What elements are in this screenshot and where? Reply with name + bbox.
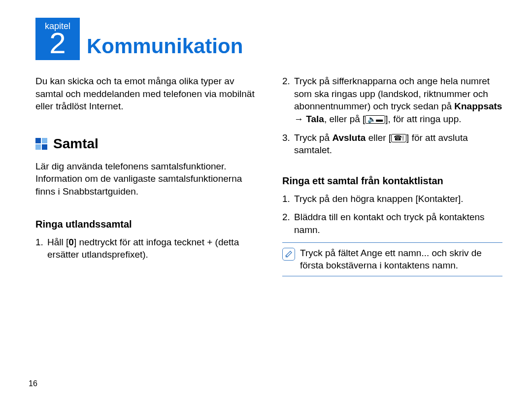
list-item: 2. Bläddra till en kontakt och tryck på … xyxy=(282,211,502,236)
section-title: Samtal xyxy=(53,134,99,153)
page-number: 16 xyxy=(29,379,37,388)
list-item: 1. Tryck på den högra knappen [Kontakter… xyxy=(282,193,502,205)
section-heading-row: Samtal xyxy=(35,134,256,153)
list-number: 3. xyxy=(282,132,294,157)
list-number: 2. xyxy=(282,211,294,236)
chapter-header: kapitel 2 Kommunikation xyxy=(35,18,502,60)
note-box: Tryck på fältet Ange ett namn... och skr… xyxy=(282,242,502,276)
right-column: 2. Tryck på sifferknapparna och ange hel… xyxy=(282,75,502,276)
list-body: Tryck på sifferknapparna och ange hela n… xyxy=(294,75,502,126)
squares-icon xyxy=(35,138,47,150)
left-column: Du kan skicka och ta emot många olika ty… xyxy=(35,75,256,276)
note-text: Tryck på fältet Ange ett namn... och skr… xyxy=(300,247,502,272)
chapter-number: 2 xyxy=(49,29,66,58)
list-number: 2. xyxy=(282,75,294,126)
list-item: 2. Tryck på sifferknapparna och ange hel… xyxy=(282,75,502,126)
list-item: 3. Tryck på Avsluta eller [☎⁞] för att a… xyxy=(282,132,502,157)
end-key-icon: ☎⁞ xyxy=(391,134,406,142)
list-body: Bläddra till en kontakt och tryck på kon… xyxy=(294,211,502,236)
call-key-icon: 🔈▬ xyxy=(365,115,385,124)
note-icon xyxy=(282,248,295,261)
chapter-title: Kommunikation xyxy=(87,34,243,60)
list-number: 1. xyxy=(35,236,47,261)
intro-paragraph: Du kan skicka och ta emot många olika ty… xyxy=(35,75,256,113)
section-paragraph: Lär dig använda telefonens samtalsfunkti… xyxy=(35,160,256,198)
list-body: Håll [0] nedtryckt för att infoga teckne… xyxy=(47,236,256,261)
list-item: 1. Håll [0] nedtryckt för att infoga tec… xyxy=(35,236,256,261)
list-number: 1. xyxy=(282,193,294,205)
subsection-title: Ringa ett samtal från kontaktlistan xyxy=(282,174,502,188)
list-body: Tryck på Avsluta eller [☎⁞] för att avsl… xyxy=(294,132,502,157)
subsection-title: Ringa utlandssamtal xyxy=(35,218,256,231)
chapter-box: kapitel 2 xyxy=(35,18,80,60)
list-body: Tryck på den högra knappen [Kontakter]. xyxy=(294,193,502,205)
